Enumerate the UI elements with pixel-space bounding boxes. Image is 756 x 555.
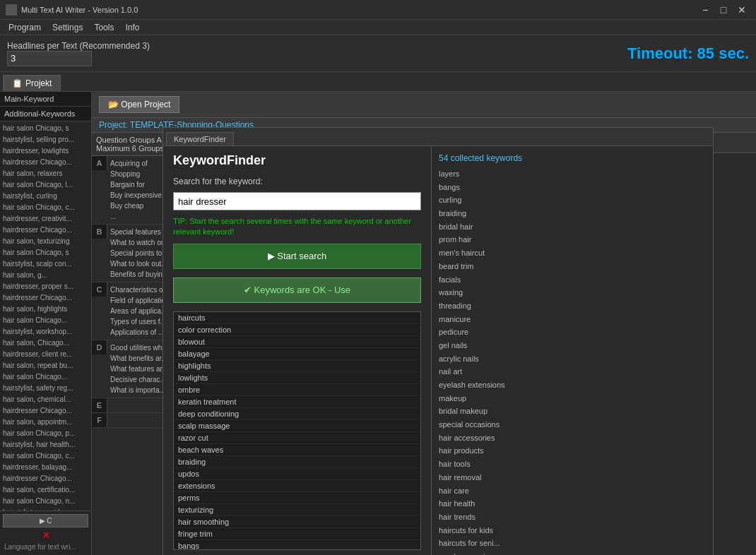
minimize-button[interactable]: − — [697, 4, 714, 16]
kw-start-button[interactable]: ▶ Start search — [173, 244, 421, 269]
group-label-d: D — [92, 340, 107, 354]
list-item: highlights — [174, 360, 420, 372]
title-bar: Multi Text AI Writer - Version 1.0.0 − □… — [0, 0, 756, 20]
list-item: perms — [174, 492, 420, 504]
language-label: Language for text wri... — [3, 542, 88, 552]
headlines-label: Headlines per Text (Recommended 3) — [7, 41, 150, 51]
kw-search-input[interactable] — [173, 192, 421, 210]
list-item: keratin treatment — [174, 396, 420, 408]
tab-icon: 📋 — [12, 78, 23, 88]
list-item: hair salon Chicago, c... — [1, 202, 90, 213]
list-item: men's haircut — [439, 246, 706, 260]
list-item: hair salon, Chicago... — [1, 338, 90, 349]
generate-button[interactable]: ▶ C — [3, 514, 88, 527]
list-item: waxing — [439, 286, 706, 299]
list-item: haircuts for kids — [439, 524, 706, 537]
list-item: haircuts for seni... — [439, 537, 706, 550]
list-item: acrylic nails — [439, 352, 706, 366]
list-item: fringe trim — [174, 528, 420, 540]
list-item: hairdresser, lowlights — [1, 145, 90, 157]
menu-bar: Program Settings Tools Info — [0, 20, 756, 35]
list-item: hair salon Chicago, s — [1, 247, 90, 258]
list-item: braiding — [439, 207, 706, 220]
list-item: scalp massage — [174, 420, 420, 432]
list-item: hairdresser, creativit... — [1, 213, 90, 225]
list-item: extensions — [174, 480, 420, 492]
list-item: hair salon Chicago, n... — [1, 496, 90, 507]
modal-tab-keywordfinder[interactable]: KeywordFinder — [166, 132, 234, 145]
modal-tab-bar: KeywordFinder — [163, 128, 713, 146]
list-item: hairdresser, client re... — [1, 349, 90, 360]
list-item: hair salon, certificatio... — [1, 484, 90, 496]
kw-list-container: haircuts color correction blowout balaya… — [173, 311, 421, 550]
list-item: hair salon, chemical... — [1, 394, 90, 405]
list-item: razor cut — [174, 432, 420, 444]
group-label-f: F — [92, 413, 107, 427]
list-item: men's groomin... — [439, 550, 706, 555]
list-item: balayage — [174, 348, 420, 360]
tab-projekt[interactable]: 📋 Projekt — [3, 75, 61, 91]
list-item: updos — [174, 468, 420, 480]
group-label-b: B — [92, 225, 107, 239]
list-item: nail art — [439, 365, 706, 378]
kw-ok-button[interactable]: ✔ Keywords are OK - Use — [173, 278, 421, 303]
main-keyword-label: Main-Keyword — [0, 92, 91, 107]
list-item: gel nails — [439, 339, 706, 352]
close-button[interactable]: ✕ — [733, 4, 750, 16]
list-item: hair salon, highlights — [1, 304, 90, 315]
menu-program[interactable]: Program — [3, 21, 47, 34]
group-label-c: C — [92, 282, 107, 297]
list-item: hairdresser, balayag... — [1, 462, 90, 473]
list-item: hair salon Chicago... — [1, 371, 90, 383]
headlines-input[interactable] — [7, 51, 92, 66]
list-item: hair salon Chicago... — [1, 315, 90, 326]
list-item: hairdresser Chicago... — [1, 225, 90, 236]
list-item: hair smoothing — [174, 516, 420, 528]
kw-search-label: Search for the keyword: — [173, 177, 421, 186]
list-item: hairstylist, hair health... — [1, 439, 90, 450]
list-item: facials — [439, 273, 706, 287]
list-item: haircuts — [174, 312, 420, 324]
list-item: deep conditioning — [174, 408, 420, 420]
list-item: hairdresser, proper s... — [1, 281, 90, 292]
app-icon — [6, 4, 17, 16]
group-label-a: A — [92, 156, 107, 170]
list-item: hair accessories — [439, 431, 706, 445]
list-item: beard trim — [439, 260, 706, 273]
kw-finder-right: 54 collected keywords layers bangs curli… — [432, 146, 713, 555]
list-item: makeup — [439, 392, 706, 405]
collected-header: 54 collected keywords — [439, 153, 706, 163]
list-item: hair salon, texturizing — [1, 236, 90, 247]
list-item: texturizing — [174, 504, 420, 516]
list-item: beach waves — [174, 444, 420, 456]
list-item: hair salon, appointm... — [1, 417, 90, 428]
list-item: manicure — [439, 313, 706, 326]
maximize-button[interactable]: □ — [715, 4, 732, 16]
list-item: pedicure — [439, 326, 706, 339]
list-item: bangs — [174, 540, 420, 550]
menu-settings[interactable]: Settings — [47, 21, 88, 34]
list-item: blowout — [174, 336, 420, 348]
list-item: hair health — [439, 497, 706, 511]
list-item: ombre — [174, 384, 420, 396]
list-item: special occasions — [439, 418, 706, 431]
list-item: hair salon, relaxers — [1, 168, 90, 179]
title-bar-controls: − □ ✕ — [697, 4, 750, 16]
kw-finder-left: KeywordFinder Search for the keyword: TI… — [163, 146, 432, 555]
additional-keywords-label: Additional-Keywords — [0, 107, 91, 121]
menu-info[interactable]: Info — [119, 21, 145, 34]
list-item: color correction — [174, 324, 420, 336]
list-item: hairstylist, workshop... — [1, 326, 90, 338]
list-item: hair products — [439, 444, 706, 458]
menu-tools[interactable]: Tools — [88, 21, 119, 34]
group-label-e: E — [92, 398, 107, 412]
top-area: Headlines per Text (Recommended 3) Timeo… — [0, 35, 756, 72]
list-item: hair care — [439, 484, 706, 498]
red-x-icon: ✕ — [3, 530, 88, 540]
list-item: braiding — [174, 456, 420, 468]
list-item: lowlights — [174, 372, 420, 384]
list-item: eyelash extensions — [439, 378, 706, 392]
list-item: bridal makeup — [439, 405, 706, 418]
open-project-button[interactable]: 📂 Open Project — [99, 96, 179, 113]
list-item: bangs — [439, 181, 706, 194]
